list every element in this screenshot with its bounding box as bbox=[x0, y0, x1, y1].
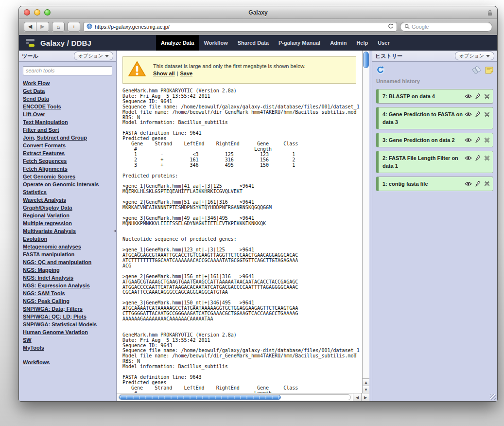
history-item[interactable]: 3: Gene Prediction on data 2 bbox=[376, 133, 493, 147]
masthead-menu-item[interactable]: Shared Data bbox=[233, 35, 274, 51]
masthead-menu-item[interactable]: Analyze Data bbox=[156, 35, 199, 51]
history-item-title[interactable]: 4: Gene Prediction to FASTA on data 3 bbox=[382, 110, 463, 126]
history-item[interactable]: 1: contig fasta file bbox=[376, 177, 493, 191]
back-button[interactable]: ◀ bbox=[24, 22, 36, 32]
tool-section-link[interactable]: NGS: Peak Calling bbox=[23, 297, 112, 305]
history-item-title[interactable]: 3: Gene Prediction on data 2 bbox=[382, 136, 463, 144]
tool-section-link[interactable]: Statistics bbox=[23, 188, 112, 196]
tool-section-link[interactable]: NGS: Expression Analysis bbox=[23, 282, 112, 289]
vertical-scrollbar[interactable]: ▲ ▼ bbox=[362, 51, 369, 393]
masthead-menu-item[interactable]: User bbox=[373, 35, 394, 51]
galaxy-brand[interactable]: Galaxy / DDBJ bbox=[25, 39, 127, 47]
window-resize-grip[interactable] bbox=[490, 394, 496, 400]
history-item-title[interactable]: 7: BLASTP on data 4 bbox=[382, 92, 463, 100]
view-eye-icon[interactable] bbox=[465, 94, 472, 99]
home-button[interactable]: ⌂ bbox=[52, 22, 65, 32]
history-options-button[interactable]: オプション bbox=[455, 52, 494, 60]
tool-section-link[interactable]: Get Data bbox=[23, 87, 112, 95]
view-eye-icon[interactable] bbox=[465, 112, 472, 117]
scroll-left-button[interactable]: ◀ bbox=[353, 393, 361, 401]
edit-pencil-icon[interactable] bbox=[475, 137, 481, 143]
view-eye-icon[interactable] bbox=[465, 156, 472, 160]
tool-search-input[interactable] bbox=[23, 66, 112, 75]
tool-section-link[interactable]: Extract Features bbox=[23, 149, 112, 157]
tool-section-link[interactable]: Convert Formats bbox=[23, 142, 112, 149]
history-item[interactable]: 4: Gene Prediction to FASTA on data 3 bbox=[376, 107, 493, 129]
delete-x-icon[interactable] bbox=[484, 93, 490, 99]
edit-pencil-icon[interactable] bbox=[475, 155, 481, 161]
tool-section-link[interactable]: Regional Variation bbox=[23, 212, 112, 219]
address-bar[interactable] bbox=[83, 22, 397, 32]
show-all-link[interactable]: Show all bbox=[153, 71, 175, 76]
tool-section-link[interactable]: Operate on Genomic Intervals bbox=[23, 180, 112, 188]
tool-section-link[interactable]: Fetch Sequences bbox=[23, 157, 112, 165]
tool-section-link[interactable]: SNP/WGA: QC; LD; Plots bbox=[23, 313, 112, 320]
tags-icon[interactable] bbox=[472, 66, 482, 74]
tool-section-link[interactable]: Send Data bbox=[23, 95, 112, 103]
chevron-down-icon bbox=[105, 55, 109, 57]
tool-section-link[interactable]: NGS: Indel Analysis bbox=[23, 274, 112, 282]
delete-x-icon[interactable] bbox=[484, 111, 490, 117]
edit-pencil-icon[interactable] bbox=[475, 93, 481, 99]
annotation-note-icon[interactable] bbox=[485, 67, 493, 74]
browser-search-input[interactable] bbox=[412, 24, 488, 30]
tool-section-link[interactable]: Get Genomic Scores bbox=[23, 173, 112, 180]
history-item-title[interactable]: 1: contig fasta file bbox=[382, 180, 463, 188]
scroll-up-button[interactable]: ▲ bbox=[363, 378, 369, 386]
tool-section-link[interactable]: MyTools bbox=[23, 344, 112, 352]
tool-section-link[interactable]: Multiple regression bbox=[23, 219, 112, 227]
tool-section-link[interactable]: SNP/WGA: Statistical Models bbox=[23, 320, 112, 328]
delete-x-icon[interactable] bbox=[484, 137, 490, 143]
tool-section-link[interactable]: Evolution bbox=[23, 235, 112, 243]
edit-pencil-icon[interactable] bbox=[475, 180, 481, 187]
tool-section-link[interactable]: Join, Subtract and Group bbox=[23, 134, 112, 142]
edit-pencil-icon[interactable] bbox=[475, 111, 481, 117]
tool-section-link[interactable]: FASTA manipulation bbox=[23, 250, 112, 258]
tool-section-link[interactable]: Fetch Alignments bbox=[23, 165, 112, 173]
browser-search-box[interactable] bbox=[400, 22, 492, 32]
tool-section-link[interactable]: Graph/Display Data bbox=[23, 204, 112, 212]
scroll-down-button[interactable]: ▼ bbox=[363, 386, 369, 393]
history-item[interactable]: 2: FASTA File Length Filter on data 1 bbox=[376, 151, 493, 173]
horizontal-scrollbar-thumb[interactable] bbox=[119, 395, 281, 400]
delete-x-icon[interactable] bbox=[484, 155, 490, 161]
forward-button[interactable]: ▶ bbox=[36, 22, 49, 32]
collapse-left-panel-arrow[interactable]: ◀ bbox=[114, 229, 116, 233]
tool-section-link[interactable]: Wavelet Analysis bbox=[23, 196, 112, 204]
vertical-scrollbar-thumb[interactable] bbox=[363, 52, 369, 68]
tool-section-link[interactable]: Lift-Over bbox=[23, 110, 112, 118]
horizontal-scrollbar[interactable]: ◀ ▶ bbox=[117, 393, 369, 401]
tool-section-link[interactable]: Filter and Sort bbox=[23, 126, 112, 134]
masthead-menu-item[interactable]: Help bbox=[351, 35, 373, 51]
new-tab-button[interactable]: + bbox=[68, 22, 80, 32]
workflows-link[interactable]: Workflows bbox=[23, 358, 112, 366]
tool-section-link[interactable]: Human Genome Variation bbox=[23, 328, 112, 336]
window-titlebar[interactable]: Galaxy bbox=[19, 6, 497, 19]
tool-section-link[interactable]: Text Manipulation bbox=[23, 118, 112, 126]
view-eye-icon[interactable] bbox=[465, 138, 472, 142]
masthead-menu-item[interactable]: Admin bbox=[325, 35, 351, 51]
masthead-menu-item[interactable]: Workflow bbox=[199, 35, 232, 51]
reload-icon[interactable] bbox=[388, 22, 394, 31]
tool-section-link[interactable]: Work Flow bbox=[23, 79, 112, 87]
history-item[interactable]: 7: BLASTP on data 4 bbox=[376, 89, 493, 104]
tool-section-link[interactable]: ENCODE Tools bbox=[23, 103, 112, 110]
tool-section-link[interactable]: Metagenomic analyses bbox=[23, 243, 112, 250]
delete-x-icon[interactable] bbox=[484, 181, 490, 187]
tool-section-link[interactable]: SW bbox=[23, 336, 112, 344]
scroll-right-button[interactable]: ▶ bbox=[361, 393, 369, 401]
history-name[interactable]: Unnamed history bbox=[376, 78, 493, 84]
masthead-menu-item[interactable]: P-galaxy Manual bbox=[274, 35, 325, 51]
tool-section-link[interactable]: Multivariate Analysis bbox=[23, 227, 112, 235]
tool-section-link[interactable]: NGS: QC and manipulation bbox=[23, 258, 112, 266]
tool-section-link[interactable]: NGS: SAM Tools bbox=[23, 289, 112, 297]
tool-section-link[interactable]: NGS: Mapping bbox=[23, 266, 112, 274]
view-eye-icon[interactable] bbox=[465, 181, 472, 186]
refresh-history-icon[interactable] bbox=[376, 66, 385, 76]
horizontal-scrollbar-track[interactable] bbox=[119, 394, 351, 400]
tools-options-button[interactable]: オプション bbox=[74, 52, 113, 60]
url-input[interactable] bbox=[95, 24, 385, 30]
save-link[interactable]: Save bbox=[180, 71, 192, 76]
history-item-title[interactable]: 2: FASTA File Length Filter on data 1 bbox=[382, 154, 463, 170]
tool-section-link[interactable]: SNP/WGA: Data; Filters bbox=[23, 305, 112, 313]
